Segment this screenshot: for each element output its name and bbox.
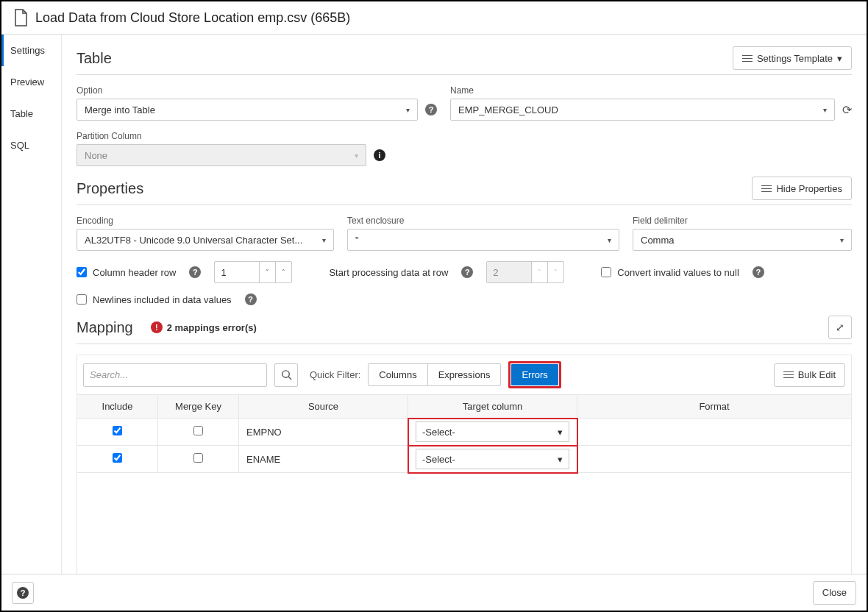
start-row-label: Start processing data at row	[329, 267, 448, 278]
source-cell: ENAME	[239, 446, 408, 473]
spin-up-icon: ˄	[547, 262, 563, 282]
error-icon: !	[151, 321, 163, 333]
search-icon	[281, 369, 292, 380]
format-cell	[577, 446, 852, 473]
include-checkbox[interactable]	[113, 453, 122, 463]
filter-expressions[interactable]: Expressions	[427, 364, 501, 385]
search-button[interactable]	[274, 363, 298, 387]
section-mapping-title: Mapping	[77, 319, 133, 336]
spin-down-icon[interactable]: ˅	[259, 262, 275, 282]
sidebar: Settings Preview Table SQL	[1, 35, 62, 574]
mergekey-checkbox[interactable]	[193, 453, 203, 463]
target-select[interactable]: -Select-▾	[416, 421, 569, 442]
table-row: ENAME -Select-▾	[77, 446, 852, 473]
spin-down-icon: ˅	[531, 262, 547, 282]
svg-line-1	[288, 377, 291, 380]
col-source: Source	[239, 395, 408, 419]
filter-errors[interactable]: Errors	[511, 364, 558, 385]
partition-select: None▾	[77, 144, 366, 166]
main-panel: Table Settings Template ▾ Option Merge i…	[62, 35, 867, 574]
option-label: Option	[77, 85, 437, 96]
mapping-table: Include Merge Key Source Target column F…	[77, 394, 852, 473]
file-icon	[13, 9, 28, 26]
source-cell: EMPNO	[239, 419, 408, 446]
format-cell	[577, 419, 852, 446]
expand-button[interactable]: ⤢	[828, 316, 852, 339]
table-empty-area	[77, 473, 852, 574]
table-row: EMPNO -Select-▾	[77, 419, 852, 446]
name-select[interactable]: EMP_MERGE_CLOUD▾	[450, 99, 835, 121]
start-row-help-icon[interactable]: ?	[461, 266, 473, 278]
hide-properties-button[interactable]: Hide Properties	[752, 177, 852, 200]
sliders-icon	[742, 53, 753, 64]
footer: ? Close	[1, 574, 867, 611]
tab-table[interactable]: Table	[1, 98, 61, 129]
col-header-help-icon[interactable]: ?	[189, 266, 201, 278]
search-input[interactable]	[83, 363, 267, 387]
partition-info-icon[interactable]: i	[374, 149, 385, 161]
col-merge-key: Merge Key	[158, 395, 239, 419]
dialog-title: Load Data from Cloud Store Location emp.…	[35, 10, 350, 26]
dialog-header: Load Data from Cloud Store Location emp.…	[1, 1, 867, 35]
col-format: Format	[577, 395, 852, 419]
target-select[interactable]: -Select-▾	[416, 449, 569, 469]
include-checkbox[interactable]	[113, 426, 122, 435]
section-table-title: Table	[77, 50, 112, 67]
partition-label: Partition Column	[77, 131, 385, 141]
mergekey-checkbox[interactable]	[193, 426, 203, 435]
footer-help-button[interactable]: ?	[12, 582, 34, 604]
convert-null-checkbox[interactable]: Convert invalid values to null	[601, 267, 739, 278]
bulk-edit-button[interactable]: Bulk Edit	[774, 363, 845, 387]
convert-null-help-icon[interactable]: ?	[753, 266, 764, 278]
refresh-icon[interactable]: ⟳	[842, 103, 852, 117]
name-label: Name	[450, 85, 852, 96]
tab-preview[interactable]: Preview	[1, 66, 61, 98]
col-header-spinner[interactable]: 1 ˅ ˄	[214, 261, 292, 283]
settings-template-button[interactable]: Settings Template ▾	[733, 46, 852, 70]
enclosure-select[interactable]: "▾	[347, 229, 619, 251]
mapping-error: ! 2 mappings error(s)	[151, 321, 257, 333]
svg-point-0	[282, 371, 288, 377]
tab-sql[interactable]: SQL	[1, 129, 61, 161]
option-select[interactable]: Merge into Table▾	[77, 99, 418, 121]
start-row-spinner: 2 ˅ ˄	[486, 261, 564, 283]
close-button[interactable]: Close	[813, 581, 856, 605]
section-props-title: Properties	[77, 180, 143, 197]
newlines-help-icon[interactable]: ?	[245, 293, 257, 305]
encoding-label: Encoding	[77, 216, 334, 226]
col-header-checkbox[interactable]: Column header row	[77, 267, 176, 278]
newlines-checkbox[interactable]: Newlines included in data values	[77, 294, 232, 305]
delim-label: Field delimiter	[633, 216, 852, 226]
quick-filter-label: Quick Filter:	[310, 369, 360, 380]
enclosure-label: Text enclosure	[347, 216, 619, 226]
encoding-select[interactable]: AL32UTF8 - Unicode 9.0 Universal Charact…	[77, 229, 334, 251]
spin-up-icon[interactable]: ˄	[275, 262, 291, 282]
col-target: Target column	[408, 395, 577, 419]
sliders-icon	[761, 183, 772, 194]
sliders-icon	[783, 369, 794, 380]
option-help-icon[interactable]: ?	[425, 104, 437, 115]
col-include: Include	[77, 395, 158, 419]
tab-settings[interactable]: Settings	[1, 35, 61, 66]
filter-columns[interactable]: Columns	[369, 364, 427, 385]
delim-select[interactable]: Comma▾	[633, 229, 852, 251]
